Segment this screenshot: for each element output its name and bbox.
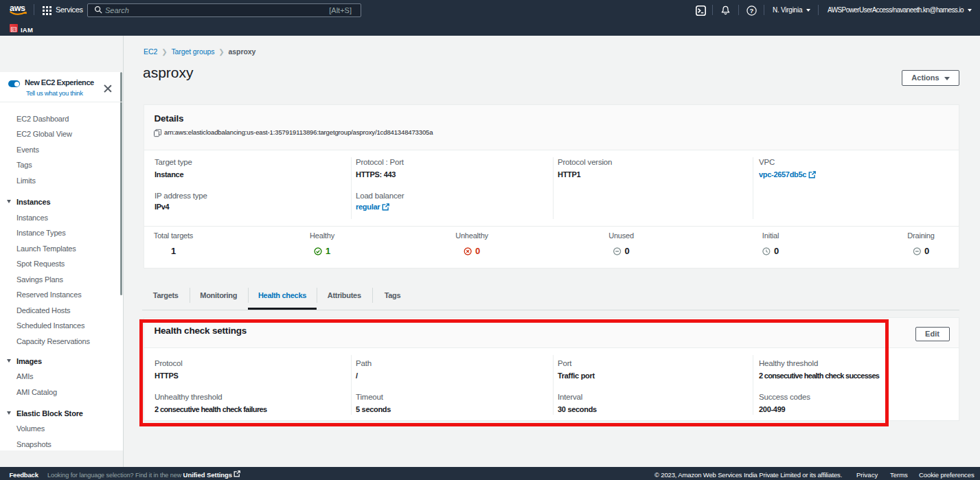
svg-text:aws: aws [10,3,25,13]
svg-text:?: ? [750,7,754,14]
